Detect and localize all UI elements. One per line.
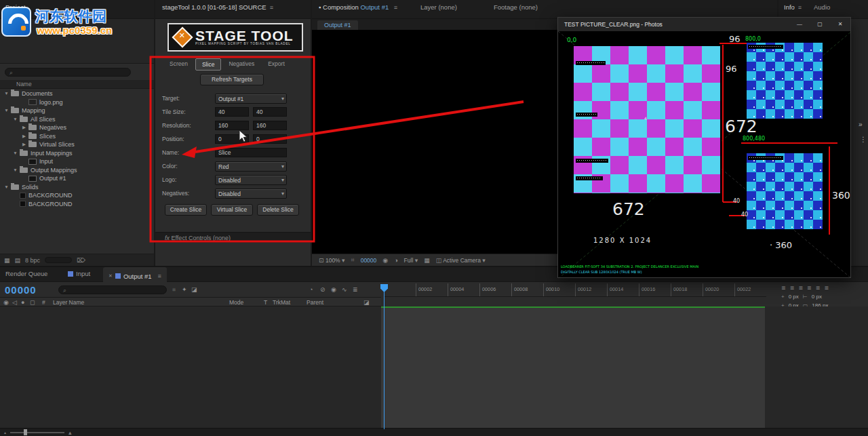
twirl-icon[interactable]: ▼	[12, 166, 19, 175]
tree-item-negatives[interactable]: ▶Negatives	[0, 123, 154, 132]
stagetool-tab-export[interactable]: Export	[262, 58, 291, 71]
resolution-x-input[interactable]: 160	[215, 121, 249, 130]
timeline-layer-list-area[interactable]	[0, 306, 381, 429]
zoom-in-icon[interactable]: ▴	[68, 429, 72, 436]
target-select[interactable]: Output #1▾	[215, 94, 287, 104]
virtual-slice-button[interactable]: Virtual Slice	[211, 204, 253, 216]
minimize-button[interactable]: —	[789, 18, 810, 31]
column-trkmat[interactable]: TrkMat	[273, 299, 290, 306]
auto-keyframe-icon[interactable]: ◉	[331, 286, 336, 293]
twirl-icon[interactable]: ▶	[20, 123, 28, 132]
timeline-zoom-slider[interactable]	[10, 432, 64, 433]
effect-controls-header[interactable]: fx Effect Controls (none)	[155, 232, 311, 243]
draft-3d-icon[interactable]: ✦	[182, 286, 187, 293]
tree-item-input-mappings[interactable]: ▼Input Mappings	[0, 149, 154, 158]
color-select[interactable]: Red▾	[215, 161, 287, 172]
graph-editor-icon[interactable]: ∿	[342, 286, 347, 293]
panel-menu-icon[interactable]: ≡	[798, 4, 802, 11]
refresh-targets-button[interactable]: Refresh Targets	[200, 74, 264, 85]
motion-blur-icon[interactable]: ⊘	[320, 286, 326, 293]
tile-size-x-input[interactable]: 40	[215, 107, 249, 117]
tab-layer[interactable]: Layer (none)	[420, 3, 457, 11]
current-frame-display[interactable]: 00000	[5, 284, 37, 296]
timeline-search-input[interactable]: ⌕	[58, 285, 167, 294]
frame-blend-icon[interactable]: ◔	[309, 286, 313, 293]
solo-icon[interactable]: ●	[21, 299, 24, 306]
audio-icon[interactable]: ◁	[12, 299, 17, 306]
trash-icon[interactable]: ⌦	[77, 257, 85, 264]
panel-drag-handle-icon[interactable]: ⋮	[860, 136, 867, 143]
tab-composition[interactable]: ▪ Composition Output #1 ≡	[319, 3, 397, 11]
photos-content[interactable]: 0,0 96 800,0 96 672 800,480 672 360 40 4…	[558, 31, 850, 277]
timeline-track-area[interactable]	[381, 306, 765, 429]
column-hash[interactable]: #	[42, 299, 45, 306]
column-mode[interactable]: Mode	[229, 299, 243, 306]
project-name-column-header[interactable]: Name	[0, 80, 154, 89]
align-center-h-icon[interactable]: ≣	[790, 285, 795, 291]
maximize-button[interactable]: ▢	[810, 18, 830, 31]
twirl-icon[interactable]: ▶	[20, 132, 28, 141]
brainstorm-icon[interactable]: ≣	[353, 286, 358, 293]
snapshot-icon[interactable]: ◉	[382, 257, 388, 264]
show-channel-icon[interactable]: ◑	[394, 257, 397, 264]
align-center-v-icon[interactable]: ≣	[816, 285, 821, 291]
tree-item-input[interactable]: Input	[0, 157, 154, 166]
viewer-tab-output1[interactable]: Output #1	[317, 20, 358, 30]
tab-input[interactable]: Input	[68, 270, 90, 277]
transfer-controls-icon[interactable]: ◪	[363, 299, 370, 306]
list-view-icon[interactable]: ▤	[15, 257, 21, 264]
zoom-select[interactable]: ⊡ 100% ▾	[319, 257, 345, 264]
tree-item-background[interactable]: BACKGROUND	[0, 200, 154, 209]
tab-footage[interactable]: Footage (none)	[494, 3, 538, 11]
twirl-icon[interactable]: ▼	[12, 115, 19, 124]
composition-flowchart-icon[interactable]: ⌗	[172, 286, 176, 294]
logo-select[interactable]: Disabled▾	[215, 175, 287, 185]
resolution-select[interactable]: Full ▾	[404, 257, 418, 264]
camera-select[interactable]: ◫ Active Camera ▾	[436, 257, 486, 264]
stagetool-tab-slice[interactable]: Slice	[195, 58, 221, 71]
tab-output1[interactable]: ✕Output #1≡	[103, 267, 167, 282]
panel-menu-icon[interactable]: ≡	[270, 4, 273, 11]
twirl-icon[interactable]: ▼	[3, 183, 10, 192]
tab-render-queue[interactable]: Render Queue	[5, 270, 47, 277]
align-right-icon[interactable]: ≣	[798, 285, 803, 291]
offset-y-value[interactable]: 0 px	[812, 294, 822, 300]
slice-name-input[interactable]: Slice	[215, 148, 287, 157]
tree-item-documents[interactable]: ▼Documents	[0, 90, 154, 98]
offset-x-value[interactable]: 0 px	[789, 294, 799, 300]
tree-item-mapping[interactable]: ▼Mapping	[0, 106, 154, 115]
eye-icon[interactable]: ◉	[3, 299, 9, 306]
tree-item-solids[interactable]: ▼Solids	[0, 183, 154, 192]
shy-layers-icon[interactable]: ◪	[191, 286, 197, 293]
timeline-ruler[interactable]: 0000200004000060000800010000120001400016…	[384, 283, 766, 297]
twirl-icon[interactable]: ▶	[20, 140, 28, 149]
position-x-input[interactable]: 0	[215, 134, 249, 144]
panel-menu-icon[interactable]: ≡	[394, 4, 397, 11]
create-slice-button[interactable]: Create Slice	[165, 204, 207, 216]
panel-menu-icon[interactable]: ≡	[158, 273, 161, 279]
position-y-input[interactable]: 0	[253, 134, 287, 144]
negatives-select[interactable]: Disabled▾	[215, 189, 287, 199]
current-time-indicator-line[interactable]	[384, 284, 384, 429]
column-parent[interactable]: Parent	[307, 299, 323, 306]
region-of-interest-icon[interactable]: ▦	[424, 257, 430, 264]
tree-item-slices[interactable]: ▶Slices	[0, 132, 154, 141]
tile-size-y-input[interactable]: 40	[253, 107, 287, 117]
twirl-icon[interactable]: ▼	[12, 149, 19, 158]
project-search-input[interactable]: ⌕	[5, 68, 131, 77]
stagetool-tab-negatives[interactable]: Negatives	[222, 58, 260, 71]
stagetool-tab-screen[interactable]: Screen	[163, 58, 194, 71]
tab-audio[interactable]: Audio	[814, 3, 830, 11]
photos-titlebar[interactable]: TEST PICTURE_CLEAR.png - Photos — ▢ ✕	[558, 18, 850, 31]
bit-depth-label[interactable]: 8 bpc	[25, 257, 40, 264]
stagetool-panel-title[interactable]: stageTool 1.0.0 [01-05-18] SOURCE≡	[162, 3, 273, 11]
delete-slice-button[interactable]: Delete Slice	[257, 204, 299, 216]
twirl-icon[interactable]: ▼	[3, 90, 10, 98]
expand-panel-chevrons-icon[interactable]: »	[859, 121, 863, 128]
grid-guides-icon[interactable]: ⌗	[351, 256, 355, 264]
tree-item-all-slices[interactable]: ▼All Slices	[0, 115, 154, 124]
align-top-icon[interactable]: ≣	[807, 285, 812, 291]
column-layer-name[interactable]: Layer Name	[53, 299, 84, 306]
tree-item-logo-png[interactable]: logo.png	[0, 98, 154, 107]
column-t[interactable]: T	[264, 299, 267, 306]
